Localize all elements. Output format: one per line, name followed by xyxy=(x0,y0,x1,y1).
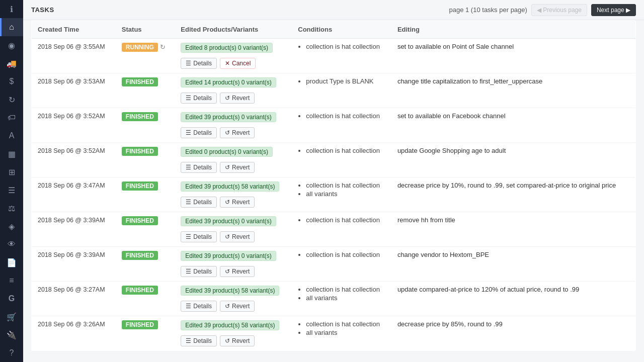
details-icon: ☰ xyxy=(186,233,191,240)
cell-edited-products: Edited 39 product(s) 58 variant(s)☰ Deta… xyxy=(175,177,292,212)
details-icon: ☰ xyxy=(186,95,191,102)
revert-button[interactable]: ↺ Revert xyxy=(220,266,255,277)
created-time-value: 2018 Sep 06 @ 3:53AM xyxy=(38,78,105,85)
cell-created-time: 2018 Sep 06 @ 3:55AM xyxy=(32,39,116,73)
details-button[interactable]: ☰ Details xyxy=(181,93,217,104)
sidebar-icon-cart[interactable]: 🛒 xyxy=(0,308,23,326)
cell-editing: change vendor to Hextom_BPE xyxy=(391,247,636,282)
cell-editing: set to available on Facebook channel xyxy=(391,108,636,143)
cell-status: FINISHED xyxy=(116,247,175,282)
edited-badge: Edited 39 product(s) 58 variant(s) xyxy=(181,182,279,192)
cell-conditions: collection is hat collection xyxy=(292,39,391,73)
details-button[interactable]: ☰ Details xyxy=(181,127,217,138)
page-header: TASKS page 1 (10 tasks per page) ◀ Previ… xyxy=(23,0,644,20)
status-badge: FINISHED xyxy=(122,77,158,86)
sidebar-icon-circle[interactable]: ◉ xyxy=(0,36,23,54)
sidebar-icon-question[interactable]: ? xyxy=(0,344,23,362)
details-button[interactable]: ☰ Details xyxy=(181,58,217,69)
sidebar-icon-grid[interactable]: ⊞ xyxy=(0,163,23,181)
details-button[interactable]: ☰ Details xyxy=(181,301,217,312)
sidebar-icon-tag[interactable]: 🏷 xyxy=(0,109,23,127)
sidebar-icon-truck[interactable]: 🚚 xyxy=(0,54,23,72)
cell-editing: set to available on Point of Sale channe… xyxy=(391,39,636,73)
edited-badge: Edited 14 product(s) 0 variant(s) xyxy=(181,77,276,87)
sidebar: ℹ ⌂ ◉ 🚚 $ ↻ 🏷 A ▦ ⊞ ☰ ⚖ ◈ 👁 📄 ≡ G 🛒 🔌 ? xyxy=(0,0,23,362)
sidebar-icon-nav2[interactable]: ◈ xyxy=(0,217,23,235)
revert-button[interactable]: ↺ Revert xyxy=(220,335,255,346)
revert-icon: ↺ xyxy=(225,129,230,136)
cell-status: RUNNING↻ xyxy=(116,39,175,73)
status-badge: FINISHED xyxy=(122,216,158,225)
sidebar-icon-scale[interactable]: ⚖ xyxy=(0,199,23,217)
cell-created-time: 2018 Sep 06 @ 3:27AM xyxy=(32,282,116,316)
action-button-group: ☰ Details↺ Revert xyxy=(181,229,286,242)
table-row: 2018 Sep 06 @ 3:53AMFINISHEDEdited 14 pr… xyxy=(32,73,636,108)
editing-description: set to available on Facebook channel xyxy=(397,112,506,120)
created-time-value: 2018 Sep 06 @ 3:26AM xyxy=(38,321,105,328)
prev-page-button[interactable]: ◀ Previous page xyxy=(531,4,587,16)
details-icon: ☰ xyxy=(186,268,191,275)
created-time-value: 2018 Sep 06 @ 3:55AM xyxy=(38,43,105,50)
condition-item: all variants xyxy=(306,190,385,198)
next-page-button[interactable]: Next page ▶ xyxy=(591,4,636,16)
revert-button[interactable]: ↺ Revert xyxy=(220,301,255,312)
pagination-info: page 1 (10 tasks per page) xyxy=(449,6,527,14)
edited-badge: Edited 39 product(s) 0 variant(s) xyxy=(181,112,276,122)
details-button[interactable]: ☰ Details xyxy=(181,266,217,277)
sidebar-icon-home[interactable]: ⌂ xyxy=(0,18,23,36)
cell-editing: decrease price by 85%, round to .99 xyxy=(391,316,636,351)
revert-icon: ↺ xyxy=(225,337,230,344)
details-button[interactable]: ☰ Details xyxy=(181,162,217,173)
sidebar-icon-font[interactable]: A xyxy=(0,127,23,145)
condition-item: product Type is BLANK xyxy=(306,77,385,85)
cell-editing: update Google Shopping age to adult xyxy=(391,143,636,177)
cell-conditions: collection is hat collectionall variants xyxy=(292,316,391,351)
action-button-group: ☰ Details↺ Revert xyxy=(181,125,286,138)
editing-description: remove hh from title xyxy=(397,216,455,224)
editing-description: decrease price by 85%, round to .99 xyxy=(397,320,503,328)
action-button-group: ☰ Details↺ Revert xyxy=(181,298,286,312)
details-button[interactable]: ☰ Details xyxy=(181,335,217,346)
sidebar-icon-dollar[interactable]: $ xyxy=(0,72,23,90)
created-time-value: 2018 Sep 06 @ 3:39AM xyxy=(38,251,105,258)
details-button[interactable]: ☰ Details xyxy=(181,197,217,208)
cell-edited-products: Edited 0 product(s) 0 variant(s)☰ Detail… xyxy=(175,143,292,177)
sidebar-icon-plugin[interactable]: 🔌 xyxy=(0,326,23,344)
condition-item: collection is hat collection xyxy=(306,182,385,189)
editing-description: update compared-at-price to 120% of actu… xyxy=(397,286,579,293)
sidebar-icon-lines[interactable]: ≡ xyxy=(0,272,23,290)
sidebar-icon-g[interactable]: G xyxy=(0,290,23,308)
cancel-button[interactable]: ✕ Cancel xyxy=(220,58,256,69)
cell-status: FINISHED xyxy=(116,177,175,212)
status-badge: FINISHED xyxy=(122,112,158,121)
revert-icon: ↺ xyxy=(225,303,230,310)
revert-button[interactable]: ↺ Revert xyxy=(220,127,255,138)
cell-editing: remove hh from title xyxy=(391,212,636,247)
condition-item: collection is hat collection xyxy=(306,147,385,154)
cell-created-time: 2018 Sep 06 @ 3:39AM xyxy=(32,212,116,247)
edited-badge: Edited 39 product(s) 0 variant(s) xyxy=(181,216,276,226)
revert-button[interactable]: ↺ Revert xyxy=(220,162,255,173)
details-button[interactable]: ☰ Details xyxy=(181,231,217,242)
revert-button[interactable]: ↺ Revert xyxy=(220,231,255,242)
cell-edited-products: Edited 39 product(s) 58 variant(s)☰ Deta… xyxy=(175,316,292,351)
conditions-list: product Type is BLANK xyxy=(298,77,385,85)
revert-button[interactable]: ↺ Revert xyxy=(220,93,255,104)
cell-editing: change title capitalization to first_let… xyxy=(391,73,636,108)
sidebar-icon-refresh[interactable]: ↻ xyxy=(0,90,23,109)
revert-button[interactable]: ↺ Revert xyxy=(220,197,255,208)
sidebar-icon-info[interactable]: ℹ xyxy=(0,0,23,18)
condition-item: collection is hat collection xyxy=(306,43,385,50)
sidebar-icon-table[interactable]: ▦ xyxy=(0,145,23,163)
cell-editing: decrease price by 10%, round to .99, set… xyxy=(391,177,636,212)
sidebar-icon-eye[interactable]: 👁 xyxy=(0,235,23,253)
action-button-group: ☰ Details↺ Revert xyxy=(181,263,286,277)
sidebar-icon-doc[interactable]: 📄 xyxy=(0,253,23,272)
condition-item: all variants xyxy=(306,329,385,336)
sidebar-icon-list[interactable]: ☰ xyxy=(0,181,23,199)
conditions-list: collection is hat collectionall variants xyxy=(298,286,385,302)
cell-status: FINISHED xyxy=(116,212,175,247)
tasks-table: Created Time Status Edited Products/Vari… xyxy=(31,20,636,351)
edited-badge: Edited 39 product(s) 58 variant(s) xyxy=(181,320,279,330)
revert-icon: ↺ xyxy=(225,268,230,275)
